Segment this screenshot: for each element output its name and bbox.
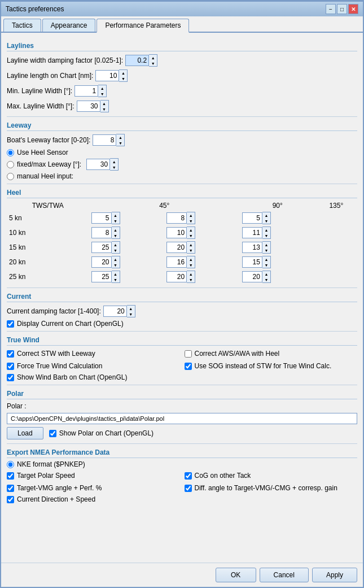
minimize-button[interactable]: − [326, 4, 336, 14]
heel-input-v3[interactable] [242, 227, 262, 238]
heel-input-v1[interactable] [91, 271, 112, 282]
leeway-factor-down[interactable]: ▼ [116, 140, 124, 146]
heel-up-v3[interactable]: ▲ [262, 242, 270, 247]
show-polar-check[interactable] [49, 430, 56, 437]
current-header: Current [7, 293, 357, 302]
heel-up-v1[interactable]: ▲ [112, 242, 120, 247]
fixed-leeway-spinbox: ▲ ▼ [86, 158, 119, 171]
heel-input-v1[interactable] [91, 227, 112, 238]
maximize-button[interactable]: □ [337, 4, 347, 14]
heel-down-v1[interactable]: ▼ [112, 233, 120, 238]
nke-format-radio[interactable] [7, 461, 14, 468]
heel-down-v3[interactable]: ▼ [262, 218, 270, 224]
min-width-down[interactable]: ▼ [98, 91, 106, 97]
heel-down-v3[interactable]: ▼ [262, 233, 270, 238]
heel-down-v2[interactable]: ▼ [187, 247, 195, 253]
target-vmg-check[interactable] [7, 485, 14, 492]
heel-up-v3[interactable]: ▲ [262, 256, 270, 262]
current-direction-check[interactable] [7, 496, 14, 503]
ok-button[interactable]: OK [216, 568, 256, 582]
manual-heel-row: manual Heel input: [7, 172, 357, 180]
main-window: Tactics preferences − □ ✕ Tactics Appear… [0, 0, 364, 588]
min-width-input[interactable] [74, 85, 98, 97]
heel-input-v3[interactable] [242, 212, 262, 224]
force-true-wind-check[interactable] [7, 363, 14, 370]
cog-other-tack-check[interactable] [185, 472, 192, 480]
damping-factor-down[interactable]: ▼ [149, 60, 157, 66]
heel-input-v3[interactable] [242, 256, 262, 268]
leeway-factor-input[interactable] [93, 134, 116, 146]
correct-stw-check[interactable] [7, 350, 14, 358]
heel-down-v1[interactable]: ▼ [112, 262, 120, 268]
fixed-leeway-input[interactable] [86, 159, 110, 170]
fixed-leeway-radio[interactable] [7, 161, 14, 168]
heel-down-v2[interactable]: ▼ [187, 233, 195, 238]
heel-up-v2[interactable]: ▲ [187, 227, 195, 233]
heel-down-v1[interactable]: ▼ [112, 218, 120, 224]
polar-label-row: Polar : [7, 402, 357, 411]
apply-button[interactable]: Apply [312, 568, 357, 582]
heel-input-v2[interactable] [166, 271, 187, 282]
heel-up-v3[interactable]: ▲ [262, 227, 270, 233]
heel-down-v2[interactable]: ▼ [187, 277, 195, 282]
max-width-down[interactable]: ▼ [100, 106, 108, 112]
heel-up-v3[interactable]: ▲ [262, 271, 270, 277]
max-width-up[interactable]: ▲ [100, 101, 108, 106]
manual-heel-radio[interactable] [7, 173, 14, 180]
heel-down-v1[interactable]: ▼ [112, 277, 120, 282]
diff-angle-check[interactable] [185, 485, 192, 492]
cancel-button[interactable]: Cancel [260, 568, 309, 582]
heel-up-v2[interactable]: ▲ [187, 212, 195, 218]
heel-input-v2[interactable] [166, 256, 187, 268]
target-polar-check[interactable] [7, 472, 14, 480]
heel-up-v3[interactable]: ▲ [262, 212, 270, 218]
layline-length-input[interactable] [95, 70, 119, 81]
fixed-leeway-up[interactable]: ▲ [110, 159, 118, 164]
tab-tactics[interactable]: Tactics [3, 19, 41, 32]
heel-input-v1[interactable] [91, 256, 112, 268]
use-heel-sensor-radio[interactable] [7, 149, 14, 156]
heel-up-v2[interactable]: ▲ [187, 242, 195, 247]
heel-row: 10 kn ▲ ▼ ▲ ▼ [7, 225, 357, 240]
heel-down-v2[interactable]: ▼ [187, 262, 195, 268]
max-width-input[interactable] [77, 101, 100, 112]
leeway-factor-up[interactable]: ▲ [116, 134, 124, 140]
display-current-check[interactable] [7, 320, 14, 328]
damping-factor-input[interactable] [125, 55, 149, 66]
heel-up-v1[interactable]: ▲ [112, 227, 120, 233]
heel-up-v1[interactable]: ▲ [112, 271, 120, 277]
correct-aws-check[interactable] [185, 350, 192, 358]
heel-down-v3[interactable]: ▼ [262, 262, 270, 268]
damping-factor-row: Layline width damping factor [0.025-1]: … [7, 54, 357, 67]
force-true-wind-label: Force True Wind Calculation [17, 362, 102, 370]
current-damping-input[interactable] [103, 306, 127, 317]
show-wind-barb-check[interactable] [7, 374, 14, 381]
load-button[interactable]: Load [7, 427, 43, 439]
heel-input-v2[interactable] [166, 227, 187, 238]
heel-down-v2[interactable]: ▼ [187, 218, 195, 224]
heel-input-v1[interactable] [91, 242, 112, 253]
heel-down-v1[interactable]: ▼ [112, 247, 120, 253]
heel-input-v3[interactable] [242, 242, 262, 253]
layline-length-up[interactable]: ▲ [119, 70, 127, 76]
min-width-up[interactable]: ▲ [98, 85, 106, 91]
heel-input-v1[interactable] [91, 212, 112, 224]
current-damping-up[interactable]: ▲ [127, 306, 135, 311]
fixed-leeway-down[interactable]: ▼ [110, 164, 118, 170]
heel-up-v2[interactable]: ▲ [187, 256, 195, 262]
use-sog-check[interactable] [185, 363, 192, 370]
layline-length-down[interactable]: ▼ [119, 76, 127, 81]
heel-down-v3[interactable]: ▼ [262, 277, 270, 282]
damping-factor-up[interactable]: ▲ [149, 55, 157, 60]
heel-input-v3[interactable] [242, 271, 262, 282]
heel-input-v2[interactable] [166, 212, 187, 224]
close-button[interactable]: ✕ [348, 4, 358, 14]
heel-up-v1[interactable]: ▲ [112, 256, 120, 262]
heel-down-v3[interactable]: ▼ [262, 247, 270, 253]
heel-up-v2[interactable]: ▲ [187, 271, 195, 277]
heel-input-v2[interactable] [166, 242, 187, 253]
heel-up-v1[interactable]: ▲ [112, 212, 120, 218]
current-damping-down[interactable]: ▼ [127, 311, 135, 317]
tab-appearance[interactable]: Appearance [42, 19, 96, 32]
tab-performance-parameters[interactable]: Performance Parameters [97, 19, 189, 33]
